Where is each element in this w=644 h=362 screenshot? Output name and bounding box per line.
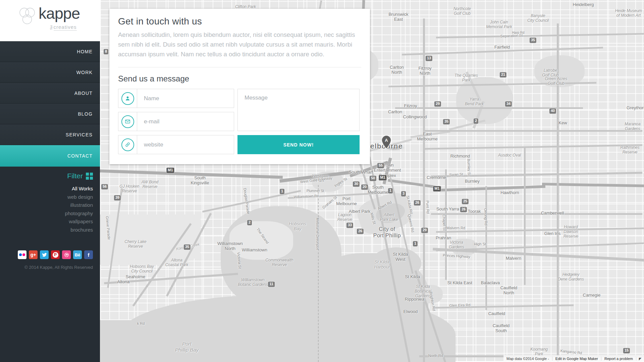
map-label: Malvern Rd [446, 226, 465, 230]
road-badge: M1 [433, 186, 441, 191]
road-badge: 1 [413, 241, 418, 246]
map-label: Hawthorn [500, 190, 519, 195]
map-label: Caulfield North [500, 285, 518, 296]
road-line [445, 169, 447, 280]
map-label: Caulfield South [493, 323, 510, 334]
road-badge: 15 [623, 348, 630, 353]
map-label: Port Melbourne [336, 196, 357, 206]
map-label: Ausdoc Oval [498, 153, 521, 158]
land-area [229, 221, 293, 260]
shortcuts-arrow-icon[interactable]: ◤ [636, 357, 644, 361]
map-label: Kew [558, 120, 567, 125]
map-label: Maranoa Gardens [625, 122, 640, 131]
road-badge: 11 [268, 282, 275, 287]
contact-card: Get in touch with us Aenean sollicitudin… [109, 9, 370, 164]
dribbble-icon[interactable] [62, 250, 71, 259]
nav-item-work[interactable]: WORK [0, 62, 100, 83]
filter-item-illustration[interactable]: illustration [65, 201, 93, 209]
report-problem-link[interactable]: Report a problem [601, 357, 636, 361]
message-textarea[interactable] [237, 89, 360, 131]
map-marker-pin[interactable]: A [382, 135, 391, 150]
road-badge: M1 [379, 175, 386, 180]
map-label: Burnley [465, 179, 480, 184]
map-label: Malvern [506, 256, 521, 261]
filter-section: Filter All Worksweb designillustrationph… [65, 172, 93, 234]
road-line [436, 228, 644, 233]
edit-map-link[interactable]: Edit in Google Map Maker [552, 357, 601, 361]
logo-area[interactable]: kappe forcreatives [0, 0, 100, 41]
website-field-row [118, 135, 234, 154]
road-badge: 40 [549, 108, 556, 114]
grid-icon [86, 173, 93, 180]
road-line [433, 304, 574, 308]
sidebar-nav: HOMEWORKABOUTBLOGSERVICESCONTACT [0, 41, 100, 167]
filter-item-web-design[interactable]: web design [65, 193, 93, 201]
road-badge: 8 [104, 49, 108, 54]
e-mail-input[interactable] [137, 112, 234, 131]
filter-header[interactable]: Filter [65, 172, 93, 180]
water-area [371, 247, 421, 279]
road-badge: 56 [101, 184, 108, 189]
road-badge: 2 [247, 220, 252, 225]
map-label: St Kilda East [447, 280, 472, 285]
road-line [104, 273, 238, 284]
river-line [410, 131, 450, 138]
road-badge: 26 [357, 229, 364, 234]
sidebar: kappe forcreatives HOMEWORKABOUTBLOGSERV… [0, 0, 100, 362]
map-label: John Cain Memorial Park [486, 20, 512, 29]
nav-item-services[interactable]: SERVICES [0, 124, 100, 145]
twitter-icon[interactable] [40, 250, 49, 259]
road-line [524, 147, 526, 285]
copyright-text: © 2014 Kappe, All Rights Reserved [24, 265, 93, 270]
logo-tagline: forcreatives [49, 24, 77, 30]
google-plus-icon[interactable]: g+ [29, 250, 38, 259]
road-badge: 2 [474, 118, 478, 124]
ferry-route-line [318, 185, 319, 362]
road-badge: 29 [434, 101, 441, 107]
map-label: Heide Museum of Modern Art [615, 8, 642, 18]
facebook-icon[interactable]: f [84, 250, 93, 259]
map-label: South Yarra [436, 206, 459, 212]
map-label: Graham St [321, 195, 338, 210]
map-label: Hobsons Bay City Council [130, 264, 154, 274]
filter-item-brochures[interactable]: brochures [65, 226, 93, 234]
nav-item-contact[interactable]: CONTACT [0, 145, 100, 167]
road-badge: 33 [346, 223, 353, 228]
road-line [402, 47, 603, 56]
card-intro-text: Aenean sollicitudin, lorem quis bibendum… [118, 30, 362, 59]
road-badge: 21 [500, 72, 506, 77]
map-attribution-bar: Map data ©2014 Google - Edit in Google M… [503, 355, 644, 362]
nav-item-home[interactable]: HOME [0, 41, 100, 62]
send-button[interactable]: SEND NOW! [237, 135, 360, 154]
road-line [423, 18, 425, 362]
name-input[interactable] [137, 89, 234, 108]
map-label: South Kingsville [191, 175, 209, 186]
river-line [449, 120, 485, 130]
social-row: g+PBēf [18, 250, 93, 259]
behance-icon[interactable]: Bē [73, 250, 82, 259]
link-icon [118, 135, 137, 154]
map-label: Caulfield [488, 311, 505, 316]
pinterest-icon[interactable]: P [51, 250, 60, 259]
nav-item-about[interactable]: ABOUT [0, 83, 100, 104]
nav-item-blog[interactable]: BLOG [0, 104, 100, 124]
map-label: Richmond [450, 154, 470, 159]
road-badge: 50 [370, 176, 376, 181]
filter-list: All Worksweb designillustrationphotograp… [65, 185, 93, 234]
flickr-icon[interactable] [18, 250, 26, 259]
road-line [557, 23, 559, 362]
map-label: Carlton [388, 109, 402, 114]
form-right-column: SEND NOW! [237, 89, 360, 154]
filter-item-all-works[interactable]: All Works [65, 185, 93, 193]
filter-item-photography[interactable]: photography [65, 209, 93, 218]
road-badge: 35 [530, 38, 536, 43]
website-input[interactable] [137, 135, 234, 154]
map-label: AW Bond Reserve [142, 180, 158, 189]
map-data-text: Map data ©2014 Google - [503, 357, 552, 361]
filter-item-wallpapers[interactable]: wallpapers [65, 218, 93, 226]
road-badge: 29 [421, 228, 428, 233]
map-label: Greythorn [627, 105, 644, 110]
freeway-line [438, 185, 545, 191]
name-field-row [118, 89, 234, 108]
map-label: Burnley St [467, 159, 472, 176]
